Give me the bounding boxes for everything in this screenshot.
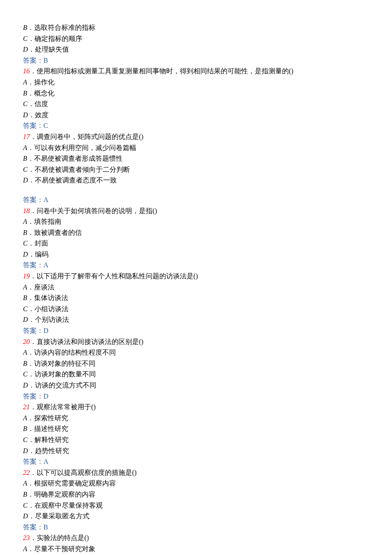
answer-label: 答案： xyxy=(23,523,43,531)
answer-line: 答案：A xyxy=(23,456,369,467)
question-num-suffix: ． xyxy=(30,207,37,214)
question-line: 19．以下适用于了解带有个人性和隐私性问题的访谈法是() xyxy=(23,271,369,282)
option-text: ．解释性研究 xyxy=(28,436,69,443)
option-line: C．在观察中尽量保持客观 xyxy=(23,500,369,511)
option-letter: B xyxy=(23,229,27,236)
option-line: A．探索性研究 xyxy=(23,413,369,424)
option-line: A．填答指南 xyxy=(23,216,369,227)
question-line: 16．使用相同指标或测量工具重复测量相同事物时，得到相同结果的可能性，是指测量的… xyxy=(23,66,369,77)
answer-label: 答案： xyxy=(23,327,43,334)
option-line: B．访谈对象的特征不同 xyxy=(23,358,369,369)
option-line: B．明确界定观察的内容 xyxy=(23,489,369,500)
question-num-suffix: ． xyxy=(30,534,37,541)
option-line: A．座谈法 xyxy=(23,282,369,293)
option-letter: B xyxy=(23,24,27,31)
option-letter: C xyxy=(23,305,28,312)
option-text: ．选取符合标准的指标 xyxy=(27,24,95,31)
option-text: ．封面 xyxy=(28,240,48,247)
option-text: ．尽量采取匿名方式 xyxy=(28,512,89,520)
option-text: ．不易使被调查者态度不一致 xyxy=(28,176,117,184)
answer-value: D xyxy=(43,393,49,400)
option-letter: A xyxy=(23,349,27,356)
option-letter: C xyxy=(23,436,28,443)
option-letter: A xyxy=(23,144,27,151)
question-line: 22．以下可以提高观察信度的措施是() xyxy=(23,467,369,478)
answer-value: A xyxy=(43,261,49,269)
question-line: 21．观察法常常被用于() xyxy=(23,402,369,413)
option-letter: D xyxy=(23,316,28,323)
option-line: C．不易使被调查者倾向于二分判断 xyxy=(23,164,369,175)
option-line: D．个别访谈法 xyxy=(23,314,369,325)
option-line: C．确定指标的顺序 xyxy=(23,33,369,44)
answer-line: 答案：A xyxy=(23,194,369,205)
question-text: 问卷中关于如何填答问卷的说明，是指() xyxy=(37,207,157,214)
question-number: 23 xyxy=(23,534,30,541)
option-text: ．在观察中尽量保持客观 xyxy=(28,502,103,509)
option-line: D．效度 xyxy=(23,110,369,121)
option-text: ．访谈的交流方式不同 xyxy=(28,382,96,389)
option-text: ．致被调查者的信 xyxy=(27,229,82,236)
answer-line: 答案：D xyxy=(23,391,369,402)
option-text: ．确定指标的顺序 xyxy=(28,35,82,42)
option-line: B．选取符合标准的指标 xyxy=(23,22,369,33)
option-line: C．封面 xyxy=(23,238,369,249)
option-line: B．概念化 xyxy=(23,88,369,99)
answer-value: A xyxy=(43,196,49,203)
answer-value: B xyxy=(43,57,48,64)
option-text: ．访谈对象的特征不同 xyxy=(27,360,95,367)
option-letter: D xyxy=(23,111,28,119)
option-letter: D xyxy=(23,512,28,520)
answer-line: 答案：D xyxy=(23,325,369,336)
answer-label: 答案： xyxy=(23,458,43,465)
option-line: D．尽量采取匿名方式 xyxy=(23,511,369,522)
option-text: ．不易使被调查者形成答题惯性 xyxy=(27,155,123,162)
option-letter: A xyxy=(23,78,27,86)
option-text: ．访谈内容的结构性程度不同 xyxy=(27,349,116,356)
question-line: 20．直接访谈法和间接访谈法的区别是() xyxy=(23,336,369,347)
option-text: ．座谈法 xyxy=(27,283,55,291)
question-num-suffix: ． xyxy=(30,403,37,410)
question-text: 以下可以提高观察信度的措施是() xyxy=(37,469,137,476)
option-line: C．小组访谈法 xyxy=(23,304,369,315)
answer-line: 答案：B xyxy=(23,55,369,66)
option-line: C．解释性研究 xyxy=(23,434,369,445)
answer-value: B xyxy=(43,523,48,531)
option-text: ．不易使被调查者倾向于二分判断 xyxy=(28,166,130,173)
option-text: ．可以有效利用空间，减少问卷篇幅 xyxy=(27,144,136,151)
option-text: ．探索性研究 xyxy=(27,414,68,422)
question-number: 22 xyxy=(23,469,30,476)
option-letter: C xyxy=(23,35,28,42)
option-letter: A xyxy=(23,545,27,552)
option-text: ．填答指南 xyxy=(27,218,61,225)
option-line: A．访谈内容的结构性程度不同 xyxy=(23,347,369,358)
option-line: D．访谈的交流方式不同 xyxy=(23,380,369,391)
option-text: ．趋势性研究 xyxy=(28,447,69,454)
option-text: ．个别访谈法 xyxy=(28,316,69,323)
option-text: ．概念化 xyxy=(27,90,55,97)
option-letter: C xyxy=(23,240,28,247)
answer-label: 答案： xyxy=(23,393,43,400)
question-number: 16 xyxy=(23,67,30,75)
question-text: 使用相同指标或测量工具重复测量相同事物时，得到相同结果的可能性，是指测量的() xyxy=(37,67,294,75)
blank-line xyxy=(23,186,369,194)
question-num-suffix: ． xyxy=(30,338,37,345)
option-letter: C xyxy=(23,370,28,378)
option-text: ．信度 xyxy=(28,100,48,107)
document-body: B．选取符合标准的指标C．确定指标的顺序D．处理缺失值答案：B16．使用相同指标… xyxy=(23,22,369,555)
option-text: ．明确界定观察的内容 xyxy=(27,491,95,498)
option-line: A．根据研究需要确定观察内容 xyxy=(23,478,369,489)
question-number: 21 xyxy=(23,403,30,410)
option-line: D．编码 xyxy=(23,249,369,260)
option-line: C．信度 xyxy=(23,98,369,110)
option-letter: D xyxy=(23,176,28,184)
question-line: 18．问卷中关于如何填答问卷的说明，是指() xyxy=(23,205,369,217)
option-letter: D xyxy=(23,382,28,389)
option-letter: C xyxy=(23,166,28,173)
option-letter: D xyxy=(23,46,28,53)
option-letter: C xyxy=(23,502,28,509)
option-line: D．不易使被调查者态度不一致 xyxy=(23,175,369,186)
option-line: A．尽量不干预研究对象 xyxy=(23,543,369,555)
question-num-suffix: ． xyxy=(30,469,37,476)
answer-line: 答案：C xyxy=(23,120,369,131)
option-line: B．不易使被调查者形成答题惯性 xyxy=(23,153,369,164)
